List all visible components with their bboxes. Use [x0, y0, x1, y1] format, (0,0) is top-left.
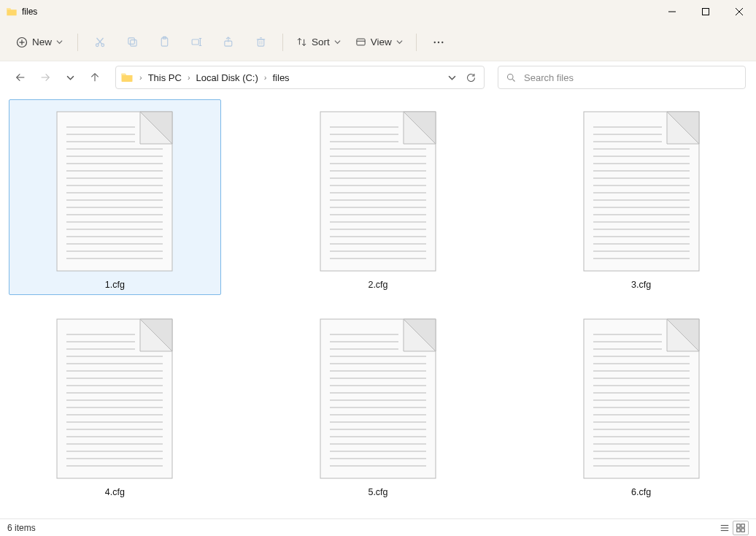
svg-rect-62	[737, 528, 740, 531]
svg-rect-42	[258, 39, 264, 46]
ellipsis-icon	[432, 36, 445, 49]
back-button[interactable]	[10, 67, 31, 88]
svg-rect-60	[737, 524, 740, 527]
up-button[interactable]	[85, 67, 105, 88]
folder-icon	[6, 6, 18, 18]
sort-button[interactable]: Sort	[290, 32, 347, 52]
item-count: 6 items	[7, 523, 36, 533]
details-view-button[interactable]	[717, 521, 733, 535]
file-thumbnail	[45, 104, 184, 278]
new-button[interactable]: New	[9, 32, 70, 53]
sort-icon	[296, 37, 307, 47]
chevron-down-icon	[448, 74, 456, 82]
chevron-right-icon: ›	[263, 73, 269, 82]
title-bar: files	[0, 0, 756, 23]
svg-rect-33	[130, 40, 136, 47]
file-thumbnail	[572, 104, 711, 278]
document-icon	[56, 111, 173, 272]
copy-button[interactable]	[117, 29, 147, 55]
list-icon	[720, 523, 730, 533]
svg-point-50	[438, 41, 439, 42]
trash-icon	[255, 36, 267, 48]
chevron-down-icon	[66, 74, 74, 82]
svg-rect-23	[703, 9, 709, 15]
separator	[77, 34, 78, 51]
view-icon	[355, 37, 366, 47]
breadcrumb-local-disk[interactable]: Local Disk (C:)	[193, 71, 261, 85]
rename-button[interactable]	[182, 29, 211, 55]
address-history-button[interactable]	[443, 69, 460, 86]
file-label: 5.cfg	[368, 487, 387, 497]
svg-rect-37	[192, 39, 198, 45]
forward-button[interactable]	[35, 67, 55, 88]
minimize-button[interactable]	[655, 0, 689, 23]
file-item[interactable]: 2.cfg	[272, 99, 485, 295]
document-icon	[583, 111, 700, 272]
svg-point-29	[96, 43, 99, 46]
svg-point-49	[433, 41, 435, 42]
file-item[interactable]: 3.cfg	[535, 99, 747, 295]
file-label: 1.cfg	[105, 280, 125, 290]
recent-locations-button[interactable]	[60, 67, 80, 88]
document-icon	[583, 318, 700, 479]
refresh-icon	[466, 72, 477, 83]
refresh-button[interactable]	[462, 69, 479, 86]
separator	[416, 34, 417, 51]
separator	[282, 34, 283, 51]
plus-circle-icon	[16, 37, 28, 48]
file-label: 3.cfg	[631, 280, 651, 290]
search-icon	[506, 72, 517, 83]
status-bar: 6 items	[0, 518, 756, 536]
window-title: files	[22, 7, 37, 17]
clipboard-icon	[158, 36, 171, 48]
file-thumbnail	[309, 312, 447, 486]
breadcrumb-files[interactable]: files	[270, 71, 293, 85]
file-item[interactable]: 5.cfg	[272, 307, 485, 502]
chevron-right-icon: ›	[186, 73, 192, 82]
large-icons-view-button[interactable]	[733, 521, 749, 535]
file-item[interactable]: 1.cfg	[9, 99, 221, 295]
sort-button-label: Sort	[312, 37, 330, 47]
breadcrumb-this-pc[interactable]: This PC	[145, 71, 185, 85]
toolbar: New Sort View	[0, 23, 756, 61]
more-button[interactable]	[424, 29, 453, 55]
search-input[interactable]	[522, 72, 738, 84]
file-pane[interactable]: 1.cfg2.cfg3.cfg4.cfg5.cfg6.cfg	[0, 93, 756, 518]
arrow-left-icon	[15, 72, 26, 83]
svg-point-30	[101, 43, 104, 46]
file-item[interactable]: 6.cfg	[535, 307, 747, 502]
address-bar[interactable]: › This PC › Local Disk (C:) › files	[115, 66, 485, 89]
delete-button[interactable]	[246, 29, 275, 55]
svg-rect-34	[128, 38, 134, 45]
cut-button[interactable]	[85, 29, 115, 55]
file-item[interactable]: 4.cfg	[9, 307, 221, 502]
share-icon	[223, 36, 235, 48]
svg-line-56	[512, 79, 514, 81]
document-icon	[56, 318, 173, 479]
chevron-down-icon	[396, 39, 403, 45]
view-button[interactable]: View	[350, 32, 409, 52]
svg-point-55	[508, 74, 514, 80]
rename-icon	[190, 36, 203, 48]
grid-icon	[736, 523, 746, 533]
file-label: 6.cfg	[631, 487, 651, 497]
chevron-down-icon	[334, 39, 341, 45]
close-button[interactable]	[722, 0, 756, 23]
share-button[interactable]	[214, 29, 243, 55]
svg-rect-61	[741, 524, 744, 527]
maximize-button[interactable]	[689, 0, 722, 23]
file-thumbnail	[572, 312, 711, 486]
svg-rect-47	[357, 39, 365, 45]
document-icon	[320, 318, 436, 479]
paste-button[interactable]	[150, 29, 179, 55]
document-icon	[320, 111, 436, 272]
file-thumbnail	[309, 104, 447, 278]
new-button-label: New	[32, 37, 52, 47]
arrow-right-icon	[39, 72, 51, 83]
search-box[interactable]	[498, 66, 746, 89]
chevron-right-icon: ›	[138, 73, 144, 82]
copy-icon	[126, 36, 139, 48]
scissors-icon	[93, 36, 107, 49]
svg-rect-63	[741, 528, 744, 531]
file-label: 4.cfg	[105, 487, 125, 497]
